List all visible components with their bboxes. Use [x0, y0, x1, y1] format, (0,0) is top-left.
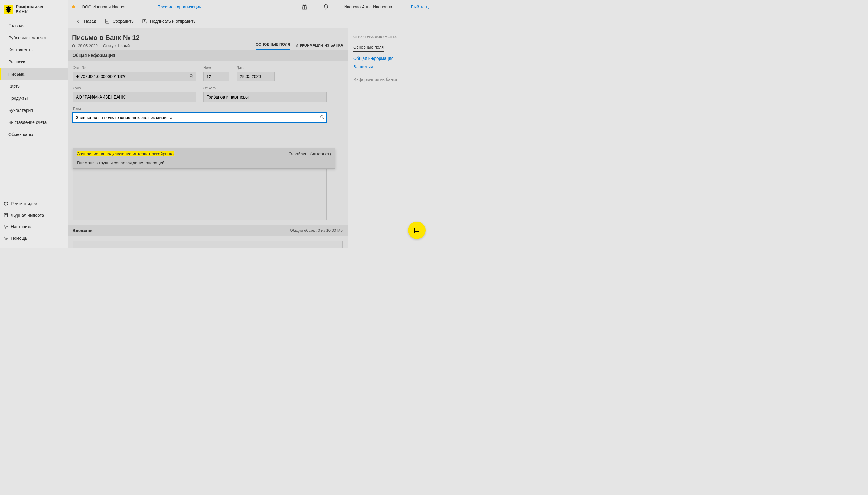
from-label: От кого: [203, 86, 327, 90]
form-grid: Счет № Номер Дата: [68, 61, 347, 220]
dropdown-item-text: Заявление на подключение интернет-эквайр…: [77, 151, 174, 156]
gift-icon[interactable]: [301, 4, 308, 10]
sign-send-icon: [142, 18, 148, 24]
sign-send-button[interactable]: Подписать и отправить: [142, 18, 196, 24]
nav-item-rub-payments[interactable]: Рублевые платежи: [0, 32, 68, 44]
nav-bottom-label: Настройки: [11, 224, 32, 229]
nav-bottom-label: Рейтинг идей: [11, 201, 37, 206]
nav-item-invoice[interactable]: Выставление счета: [0, 116, 68, 129]
nav-bottom: Рейтинг идей Журнал импорта Настройки По…: [0, 198, 68, 248]
bell-icon[interactable]: [323, 4, 329, 10]
nav-item-accounting[interactable]: Бухгалтерия: [0, 104, 68, 116]
logout-button[interactable]: Выйти: [411, 4, 430, 10]
doc-header-left: Письмо в Банк № 12 От 28.05.2020 Статус:…: [72, 34, 256, 50]
logout-label: Выйти: [411, 4, 423, 10]
back-button[interactable]: Назад: [76, 18, 96, 24]
date-input[interactable]: [236, 72, 275, 81]
doc-meta: От 28.05.2020 Статус: Новый: [72, 44, 256, 48]
save-label: Сохранить: [113, 19, 134, 23]
tab-bank-info[interactable]: ИНФОРМАЦИЯ ИЗ БАНКА: [296, 43, 344, 50]
sign-send-label: Подписать и отправить: [150, 19, 196, 23]
nav-item-exchange[interactable]: Обмен валют: [0, 129, 68, 140]
aside-link-main[interactable]: Основные поля: [353, 43, 384, 52]
brand-line2: БАНК: [16, 10, 45, 15]
subject-input[interactable]: [72, 113, 327, 122]
doc-structure-panel: СТРУКТУРА ДОКУМЕНТА Основные поля Общая …: [347, 29, 434, 248]
logout-icon: [425, 4, 430, 10]
arrow-left-icon: [76, 18, 82, 24]
nav-item-letters[interactable]: Письма: [0, 68, 68, 80]
nav-item-cards[interactable]: Карты: [0, 80, 68, 92]
nav-item-statements[interactable]: Выписки: [0, 56, 68, 68]
journal-icon: [3, 212, 9, 218]
account-input[interactable]: [72, 72, 196, 81]
brand-line1: Райффайзен: [16, 4, 45, 10]
from-input[interactable]: [203, 92, 327, 102]
doc-title: Письмо в Банк № 12: [72, 34, 256, 42]
attachments-size: Общий объем: 0 из 10.00 Мб: [290, 228, 343, 233]
date-label: Дата: [236, 66, 275, 70]
save-button[interactable]: Сохранить: [105, 18, 134, 24]
subject-dropdown: Заявление на подключение интернет-эквайр…: [72, 148, 335, 169]
to-input[interactable]: [72, 92, 196, 102]
nav-bottom-label: Журнал импорта: [11, 213, 44, 218]
subject-label: Тема: [72, 107, 327, 111]
user-name[interactable]: Иванова Анна Ивановна: [344, 4, 392, 10]
aside-link-general[interactable]: Общая информация: [353, 54, 429, 63]
attachments-title: Вложения: [72, 228, 94, 233]
doc-header: Письмо в Банк № 12 От 28.05.2020 Статус:…: [68, 29, 347, 50]
to-label: Кому: [72, 86, 196, 90]
aside-link-bank-info[interactable]: Информация из банка: [353, 75, 429, 84]
main-region: ООО Иванов и Иванов Профиль организации …: [68, 0, 434, 248]
nav-bottom-import[interactable]: Журнал импорта: [0, 209, 68, 221]
dropdown-item-text: Вниманию группы сопровождения операций: [77, 160, 165, 165]
toolbar: Назад Сохранить Подписать и отправить: [68, 14, 434, 29]
nav-main: Главная Рублевые платежи Контрагенты Вып…: [0, 20, 68, 198]
logo-text: Райффайзен БАНК: [16, 4, 45, 14]
org-status-dot: [72, 5, 75, 8]
logo-icon: [4, 4, 13, 14]
logo: Райффайзен БАНК: [0, 0, 68, 20]
upload-dropzone[interactable]: Выберите файл или перетащите в эту облас…: [72, 241, 343, 248]
chat-fab[interactable]: [408, 222, 426, 239]
svg-point-1: [5, 226, 6, 227]
section-general-info: Общая информация: [68, 50, 347, 61]
dropdown-item-hint: Эквайринг (интернет): [289, 151, 331, 156]
phone-icon: [3, 235, 9, 241]
account-label: Счет №: [72, 66, 196, 70]
doc-status: Статус: Новый: [103, 44, 130, 48]
tab-main-fields[interactable]: ОСНОВНЫЕ ПОЛЯ: [256, 42, 290, 50]
aside-link-attachments[interactable]: Вложения: [353, 63, 429, 71]
chat-icon: [413, 227, 421, 234]
aside-title: СТРУКТУРА ДОКУМЕНТА: [353, 35, 429, 39]
nav-bottom-rating[interactable]: Рейтинг идей: [0, 198, 68, 209]
nav-item-counterparties[interactable]: Контрагенты: [0, 44, 68, 56]
dropdown-item[interactable]: Вниманию группы сопровождения операций: [73, 159, 335, 168]
nav-bottom-label: Помощь: [11, 236, 27, 241]
nav-item-main[interactable]: Главная: [0, 20, 68, 32]
dropdown-item[interactable]: Заявление на подключение интернет-эквайр…: [73, 148, 335, 159]
content-wrap: Письмо в Банк № 12 От 28.05.2020 Статус:…: [68, 29, 434, 248]
doc-date: От 28.05.2020: [72, 44, 98, 48]
number-input[interactable]: [203, 72, 229, 81]
doc-tabs: ОСНОВНЫЕ ПОЛЯ ИНФОРМАЦИЯ ИЗ БАНКА: [256, 34, 343, 50]
nav-bottom-settings[interactable]: Настройки: [0, 221, 68, 233]
header-top: ООО Иванов и Иванов Профиль организации …: [68, 0, 434, 14]
attachments-bar: Вложения Общий объем: 0 из 10.00 Мб: [68, 225, 347, 236]
back-label: Назад: [84, 19, 96, 23]
org-name[interactable]: ООО Иванов и Иванов: [82, 4, 127, 10]
heart-icon: [3, 201, 9, 206]
sidebar: Райффайзен БАНК Главная Рублевые платежи…: [0, 0, 68, 248]
nav-item-products[interactable]: Продукты: [0, 92, 68, 104]
org-profile-link[interactable]: Профиль организации: [157, 4, 201, 10]
nav-bottom-help[interactable]: Помощь: [0, 233, 68, 244]
save-icon: [105, 18, 110, 24]
gear-icon: [3, 224, 9, 229]
content: Письмо в Банк № 12 От 28.05.2020 Статус:…: [68, 29, 347, 248]
number-label: Номер: [203, 66, 229, 70]
